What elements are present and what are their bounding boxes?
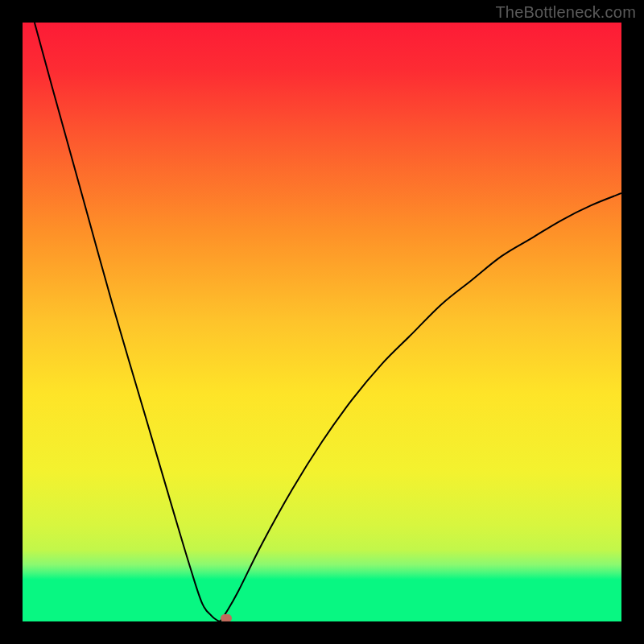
gradient-background — [23, 23, 621, 621]
chart-svg — [23, 23, 621, 621]
watermark-label: TheBottleneck.com — [495, 3, 636, 22]
plot-area — [23, 23, 621, 621]
chart-frame: TheBottleneck.com — [0, 0, 644, 644]
minimum-marker — [221, 614, 232, 621]
